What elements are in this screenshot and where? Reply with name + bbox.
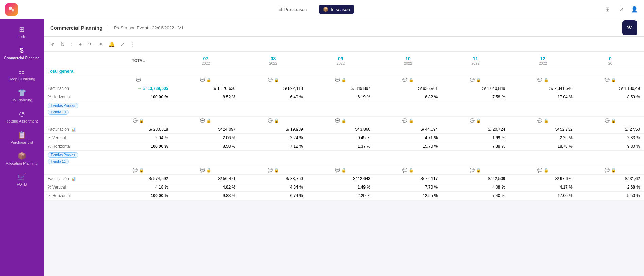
breadcrumb-subtitle: PreSeason Event - 22/06/2022 - V1	[108, 25, 183, 30]
cell-t10-ph-0x: 9.80 %	[577, 142, 644, 151]
comment-icon: 💬	[537, 78, 542, 82]
col-header-m12: 12 2022	[509, 52, 577, 67]
content-header: Commercial Planning PreSeason Event - 22…	[44, 19, 644, 37]
tienda11-tag: Tienda 11	[48, 159, 69, 164]
home-icon: ⊞	[19, 26, 25, 33]
top-nav-right: ⊞ ⤢ 👤	[603, 5, 639, 14]
cell-t11-f-0x: S/ 31,62	[577, 175, 644, 183]
group-sort-icon[interactable]: ⇅	[60, 41, 65, 47]
data-table: TOTAL 07 2022 08 2022 09 2022	[44, 52, 644, 200]
comment-icon: 💬	[537, 168, 542, 173]
sidebar-item-roizing-assortment[interactable]: ◔ Roizing Assortment	[0, 106, 44, 127]
lock-icon: 🔒	[409, 168, 414, 173]
cell-tg-f-12: S/ 2,341,646	[509, 84, 577, 93]
table-row-tienda11-header: Tiendas Propias Tienda 11	[44, 151, 644, 166]
bar-chart-icon-t11: 📊	[71, 177, 76, 181]
link-icon[interactable]: ⚭	[99, 41, 103, 47]
content-area: Commercial Planning PreSeason Event - 22…	[44, 19, 644, 276]
app-logo[interactable]	[5, 3, 18, 16]
table-row-tienda11-icons: 💬🔒 💬🔒 💬🔒 💬🔒 💬🔒 💬🔒 💬🔒 💬🔒	[44, 166, 644, 175]
preseason-icon: 🖥	[278, 7, 282, 12]
cell-t10-f-total: S/ 280,818	[105, 125, 172, 134]
cell-t10-pv-0x: 2.33 %	[577, 134, 644, 142]
cell-t10-pv-10: 4.71 %	[374, 134, 442, 142]
more-icon[interactable]: ⋮	[130, 41, 135, 47]
list-icon: 📋	[18, 131, 26, 138]
cell-t10-ph-11: 7.38 %	[442, 142, 509, 151]
cell-t11-ph-11: 7.40 %	[442, 192, 509, 200]
cell-t10-pv-total: 2.04 %	[105, 134, 172, 142]
cell-t10-ph-08: 7.12 %	[240, 142, 307, 151]
lock-icon: 🔒	[544, 78, 549, 82]
sidebar-item-dv-planning[interactable]: 👕 DV Planning	[0, 85, 44, 106]
eye-header-icon: 👁	[627, 24, 633, 31]
comment-icon: 💬	[537, 118, 542, 123]
sidebar-item-allocation-planning[interactable]: 📦 Allocation Planning	[0, 148, 44, 169]
sidebar-item-commercial-planning[interactable]: $ Commercial Planning	[0, 43, 44, 64]
main-layout: ⊞ Inicio $ Commercial Planning ⚏ Deep Cl…	[0, 19, 644, 276]
table-row-total-pct-horizontal: % Horizontal 100.00 % 8.52 % 6.49 % 6.19…	[44, 93, 644, 101]
table-row-tienda10-header: Tiendas Propias Tienda 10	[44, 101, 644, 117]
eye-button[interactable]: 👁	[622, 20, 637, 35]
expand-table-icon[interactable]: ⤢	[120, 41, 125, 47]
cell-t10-ph-09: 1.37 %	[307, 142, 374, 151]
dollar-icon: $	[20, 47, 23, 54]
cell-t11-pv-0x: 2.68 %	[577, 183, 644, 192]
cell-t11-pv-total: 4.18 %	[105, 183, 172, 192]
comment-icon: 💬	[335, 168, 340, 173]
col-header-m07: 07 2022	[172, 52, 239, 67]
grid-icon[interactable]: ⊞	[603, 5, 611, 14]
cell-t11-ph-0x: 5.50 %	[577, 192, 644, 200]
cell-t11-ph-12: 17.00 %	[509, 192, 577, 200]
cell-t11-pv-07: 4.82 %	[172, 183, 239, 192]
lock-icon: 🔒	[611, 78, 616, 82]
comment-icon: 💬	[200, 118, 205, 123]
comment-icon: 💬	[268, 168, 273, 173]
sort-icon[interactable]: ↕	[70, 41, 73, 47]
visibility-icon[interactable]: 👁	[88, 41, 93, 47]
cell-t10-f-09: S/ 3,860	[307, 125, 374, 134]
lock-icon: 🔒	[274, 168, 279, 173]
sidebar-item-fotb[interactable]: 🛒 FOTB	[0, 169, 44, 191]
bell-icon[interactable]: 🔔	[108, 41, 115, 47]
cell-t10-pv-07: 2.06 %	[172, 134, 239, 142]
col-header-m10: 10 2022	[374, 52, 442, 67]
cell-t11-ph-07: 9.83 %	[172, 192, 239, 200]
comment-icon: 💬	[470, 118, 475, 123]
cell-t11-ph-10: 12.55 %	[374, 192, 442, 200]
tab-inseason[interactable]: 📦 In-season	[319, 5, 354, 14]
expand-icon[interactable]: ⤢	[617, 5, 625, 14]
sidebar-item-inicio[interactable]: ⊞ Inicio	[0, 22, 44, 43]
sidebar-item-purchase-list[interactable]: 📋 Purchase List	[0, 127, 44, 148]
pct-horizontal-label-0: % Horizontal	[44, 93, 105, 101]
comment-icon: 💬	[133, 168, 138, 173]
cell-t11-f-11: S/ 42,509	[442, 175, 509, 183]
cell-t10-f-10: S/ 44,094	[374, 125, 442, 134]
lock-icon: 🔒	[341, 118, 346, 123]
cell-t10-pv-12: 2.25 %	[509, 134, 577, 142]
comment-icon: 💬	[470, 78, 475, 82]
cell-t11-ph-09: 2.20 %	[307, 192, 374, 200]
sidebar-item-deep-clustering[interactable]: ⚏ Deep Clustering	[0, 64, 44, 85]
tab-preseason[interactable]: 🖥 Pre-season	[274, 5, 311, 14]
cell-t10-pv-09: 0.45 %	[307, 134, 374, 142]
user-icon[interactable]: 👤	[630, 5, 639, 14]
total-facturacion-value: S/ 13,739,505	[143, 86, 168, 91]
cell-t10-pv-11: 1.99 %	[442, 134, 509, 142]
cell-t11-f-07: S/ 56,471	[172, 175, 239, 183]
cell-t10-f-08: S/ 19,989	[240, 125, 307, 134]
cell-t11-f-10: S/ 72,117	[374, 175, 442, 183]
cell-tg-ph-10: 6.82 %	[374, 93, 442, 101]
lock-icon: 🔒	[341, 78, 346, 82]
table-row-tienda11-pct-vertical: % Vertical 4.18 % 4.82 % 4.34 % 1.49 % 7…	[44, 183, 644, 192]
filter-icon[interactable]: ⧩	[50, 41, 55, 47]
cell-tg-ph-11: 7.58 %	[442, 93, 509, 101]
cell-tg-f-07: S/ 1,170,630	[172, 84, 239, 93]
cell-tg-f-08: S/ 892,118	[240, 84, 307, 93]
cell-t10-ph-total: 100.00 %	[105, 142, 172, 151]
cell-t11-f-09: S/ 12,643	[307, 175, 374, 183]
svg-point-0	[9, 6, 12, 10]
cluster-icon: ⚏	[19, 68, 25, 75]
facturacion-label-0: Facturación	[44, 84, 105, 93]
settings-icon[interactable]: ⊞	[78, 41, 83, 47]
